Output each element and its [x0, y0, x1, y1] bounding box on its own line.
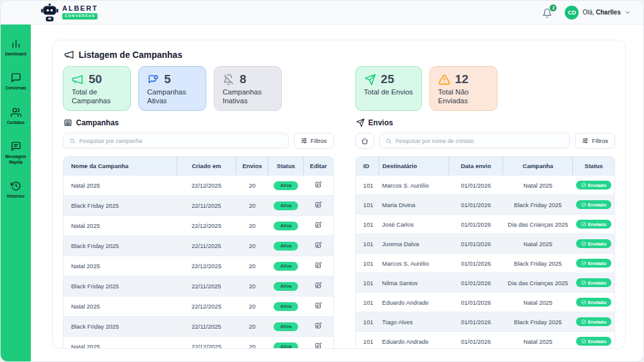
envios-search-input[interactable]	[396, 138, 564, 144]
send-recipient: Tiago Alves	[379, 312, 449, 332]
stat-value: 5	[164, 72, 171, 86]
campaign-sends: 20	[236, 236, 268, 256]
campaign-sends: 20	[236, 317, 268, 337]
check-circle-icon	[581, 222, 586, 227]
campanhas-toolbar: Filtros	[63, 133, 334, 149]
check-circle-icon	[581, 261, 586, 266]
send-recipient: Eduardo Andrade	[379, 293, 449, 312]
send-campaign: Black Friday 2025	[503, 254, 573, 273]
sidebar-item-hist-rico[interactable]: Histórico	[1, 181, 31, 199]
stat-label: Total Não Enviadas	[438, 88, 489, 105]
edit-campaign-button[interactable]	[314, 201, 322, 210]
send-campaign: Black Friday 2025	[503, 195, 573, 215]
campanhas-filters-button[interactable]: Filtros	[294, 133, 334, 149]
stat-label: Campanhas Ativas	[147, 88, 197, 105]
status-badge: Enviado	[576, 317, 611, 326]
edit-campaign-button[interactable]	[314, 302, 322, 311]
warning-icon	[438, 74, 450, 86]
brand-logo[interactable]: ALBERT CONVERSAS	[41, 3, 98, 22]
send-icon	[356, 118, 365, 127]
home-button[interactable]	[355, 133, 374, 149]
header-actions: 2 CD Olá, Charlles	[542, 6, 631, 20]
table-row: Natal 202522/12/202520Ativa	[64, 176, 333, 196]
edit-campaign-button[interactable]	[314, 181, 322, 190]
sidebar: DashboardConversasContatosMensagem Rápid…	[1, 25, 31, 362]
table-row: Natal 202522/12/202520Ativa	[64, 256, 333, 276]
notification-count-badge: 2	[550, 4, 557, 11]
edit-icon	[314, 342, 322, 349]
table-row: Natal 202522/12/202520Ativa	[64, 216, 333, 236]
send-icon	[364, 74, 376, 86]
status-badge: Enviado	[576, 298, 611, 307]
status-badge: Enviado	[576, 239, 611, 248]
status-badge: Ativa	[274, 282, 297, 291]
edit-campaign-button[interactable]	[314, 241, 322, 251]
status-badge: Enviado	[576, 181, 611, 189]
envios-toolbar: Filtros	[355, 133, 615, 149]
envios-section: 25Total de Envios12Total Não Enviadas En…	[355, 66, 615, 349]
edit-icon	[314, 261, 322, 269]
table-row: 101Maria Divina01/01/2026Black Friday 20…	[356, 195, 614, 215]
edit-campaign-button[interactable]	[314, 261, 322, 271]
edit-campaign-button[interactable]	[314, 281, 322, 291]
status-badge: Enviado	[576, 337, 611, 346]
top-header: ALBERT CONVERSAS 2 CD Olá, Charlles	[1, 1, 643, 25]
brand-text: ALBERT CONVERSAS	[62, 5, 98, 20]
send-date: 01/01/2026	[449, 215, 503, 234]
status-badge: Ativa	[274, 342, 297, 349]
campanhas-table: Nome da CampanhaCriado emEnviosStatusEdi…	[63, 156, 334, 349]
campaign-sends: 20	[236, 176, 268, 196]
send-id: 101	[356, 215, 379, 234]
send-campaign: Dia das Crianças 2025	[503, 215, 573, 234]
sidebar-item-mensagem-r-pida[interactable]: Mensagem Rápida	[1, 141, 31, 165]
stat-label: Campanhas Inativas	[223, 88, 273, 105]
envios-title: Envios	[369, 118, 393, 127]
campanhas-search-input[interactable]	[79, 138, 282, 144]
filter-icon	[301, 137, 308, 144]
users-icon	[11, 107, 21, 118]
chevron-down-icon	[625, 9, 631, 16]
edit-campaign-button[interactable]	[314, 342, 322, 349]
table-row: 101José Carlos01/01/2026Dia das Crianças…	[356, 215, 614, 234]
table-row: 101Nilma Santos01/01/2026Dia das Criança…	[356, 273, 614, 293]
sidebar-item-contatos[interactable]: Contatos	[1, 107, 31, 125]
home-icon	[361, 137, 369, 145]
campanhas-title: Campanhas	[76, 118, 119, 127]
envios-filters-button[interactable]: Filtros	[575, 133, 615, 149]
send-campaign: Dia das Crianças 2025	[503, 273, 573, 293]
campanhas-search[interactable]	[63, 133, 289, 149]
column-header: Status	[573, 157, 614, 176]
sidebar-item-dashboard[interactable]: Dashboard	[1, 38, 31, 57]
campaign-created: 22/11/2025	[177, 317, 236, 337]
robot-logo-icon	[41, 3, 58, 22]
column-header: Criado em	[177, 157, 236, 176]
campaign-created: 22/12/2025	[177, 297, 236, 317]
stat-value: 8	[240, 72, 247, 86]
stat-value: 25	[381, 72, 394, 86]
campaign-name: Black Friday 2025	[64, 236, 177, 256]
send-recipient: Eduardo Andrade	[379, 332, 449, 349]
edit-campaign-button[interactable]	[314, 322, 322, 331]
send-date: 01/01/2026	[449, 234, 503, 254]
user-menu[interactable]: CD Olá, Charlles	[565, 6, 631, 20]
send-id: 101	[356, 273, 379, 293]
edit-icon	[314, 181, 322, 188]
edit-icon	[314, 221, 322, 229]
table-row: 101Eduardo Andrade01/01/2026Natal 2025En…	[356, 332, 614, 349]
campanhas-header-row: Nome da CampanhaCriado emEnviosStatusEdi…	[64, 157, 333, 176]
table-row: 101Tiago Alves01/01/2026Black Friday 202…	[356, 312, 614, 332]
column-header: ID	[356, 157, 379, 176]
megaphone-icon	[64, 50, 74, 60]
check-circle-icon	[581, 280, 586, 285]
edit-campaign-button[interactable]	[314, 221, 322, 230]
notifications-button[interactable]: 2	[542, 6, 555, 19]
campaign-name: Natal 2025	[64, 256, 177, 276]
campaign-name: Black Friday 2025	[64, 317, 177, 337]
send-date: 01/01/2026	[449, 254, 503, 273]
send-id: 101	[356, 254, 379, 273]
status-text: Enviado	[588, 280, 606, 286]
sidebar-item-conversas[interactable]: Conversas	[1, 72, 31, 91]
sidebar-item-label: Histórico	[7, 194, 25, 199]
envios-header-row: IDDestinatárioData envioCampanhaStatus	[356, 157, 614, 176]
envios-search[interactable]	[379, 133, 570, 149]
